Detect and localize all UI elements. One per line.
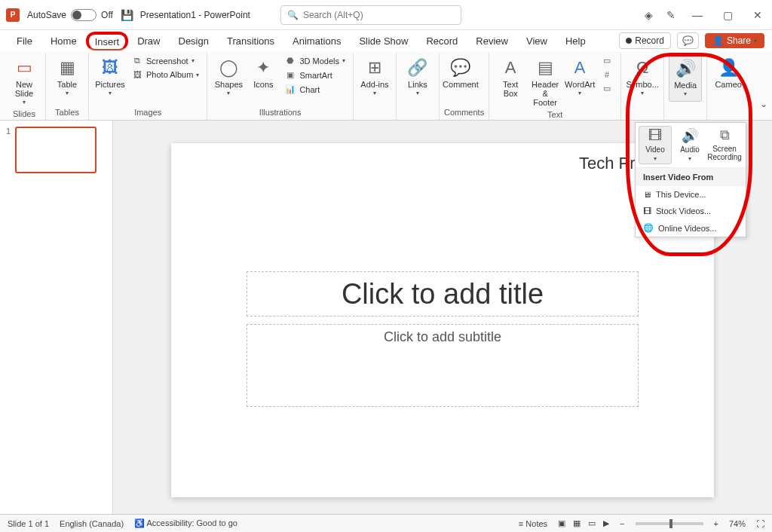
wordart-button[interactable]: A WordArt ▾ (563, 54, 596, 100)
audio-menu-button[interactable]: 🔊 Audio ▾ (673, 126, 706, 164)
zoom-slider[interactable] (636, 522, 703, 525)
pictures-icon: 🖼 (102, 57, 118, 78)
group-media: 🔊 Media ▾ (664, 53, 707, 120)
chart-button[interactable]: 📊Chart (281, 83, 348, 96)
screenshot-icon: ⧉ (131, 56, 143, 66)
audio-icon: 🔊 (682, 127, 698, 144)
smartart-icon: ▣ (284, 70, 296, 80)
comments-pane-button[interactable]: 💬 (677, 32, 699, 49)
title-placeholder[interactable]: Click to add title (247, 271, 639, 316)
save-icon[interactable]: 💾 (121, 9, 133, 21)
date-button[interactable]: ▭ (598, 54, 616, 67)
cameo-button[interactable]: 👤 Cameo (712, 54, 745, 92)
video-icon: 🎞 (648, 128, 662, 144)
pen-icon[interactable]: ✎ (666, 9, 676, 21)
3d-models-button[interactable]: ⬣3D Models ▾ (281, 54, 348, 67)
ribbon: ▭ New Slide ▾ Slides ▦ Table ▾ Tables 🖼 … (0, 51, 772, 121)
search-placeholder: Search (Alt+Q) (303, 10, 363, 20)
accessibility-icon: ♿ (134, 518, 145, 527)
toggle-off-icon[interactable] (71, 9, 96, 21)
chart-icon: 📊 (284, 84, 296, 94)
group-links: 🔗 Links ▾ (397, 53, 440, 120)
video-this-device[interactable]: 🖥 This Device... (636, 186, 746, 203)
subtitle-placeholder[interactable]: Click to add subtitle (247, 324, 639, 407)
pictures-button[interactable]: 🖼 Pictures ▾ (93, 54, 127, 100)
tab-file[interactable]: File (8, 32, 41, 50)
autosave-toggle[interactable]: AutoSave Off (27, 9, 113, 21)
addins-icon: ⊞ (368, 57, 381, 78)
zoom-level[interactable]: 74% (729, 519, 746, 528)
new-slide-button[interactable]: ▭ New Slide ▾ (8, 54, 41, 109)
record-label: Record (635, 35, 664, 46)
group-comments: 💬 Comment Comments (440, 53, 489, 120)
accessibility-indicator[interactable]: ♿ Accessibility: Good to go (134, 518, 237, 528)
video-stock[interactable]: 🎞 Stock Videos... (636, 203, 746, 219)
comment-button[interactable]: 💬 Comment (444, 54, 477, 92)
tab-animations[interactable]: Animations (283, 32, 350, 50)
collapse-ribbon-button[interactable]: ⌄ (760, 99, 767, 109)
group-illustrations: ◯ Shapes ▾ ✦ Icons ⬣3D Models ▾ ▣SmartAr… (207, 53, 354, 120)
tab-design[interactable]: Design (170, 32, 218, 50)
slide-number-button[interactable]: # (598, 69, 616, 81)
sorter-view-button[interactable]: ▦ (573, 518, 581, 528)
icons-button[interactable]: ✦ Icons (247, 54, 280, 92)
notes-button[interactable]: ≡ Notes (519, 519, 547, 528)
group-symbols: Ω Symbo... ▾ (621, 53, 664, 120)
chevron-down-icon: ▾ (23, 99, 26, 106)
globe-icon: 🌐 (643, 223, 654, 233)
group-label: Slides (8, 109, 41, 120)
slideshow-view-button[interactable]: ▶ (603, 518, 609, 528)
video-menu-button[interactable]: 🎞 Video ▾ (639, 126, 672, 164)
links-button[interactable]: 🔗 Links ▾ (401, 54, 434, 100)
slide-indicator: Slide 1 of 1 (8, 519, 49, 528)
zoom-in-button[interactable]: + (714, 519, 718, 528)
tab-draw[interactable]: Draw (128, 32, 169, 50)
group-label: Comments (444, 108, 484, 118)
icons-icon: ✦ (256, 57, 270, 78)
date-icon: ▭ (601, 56, 613, 66)
addins-button[interactable]: ⊞ Add-ins ▾ (358, 54, 391, 100)
shapes-button[interactable]: ◯ Shapes ▾ (212, 54, 245, 100)
minimize-button[interactable]: — (689, 9, 706, 21)
video-online[interactable]: 🌐 Online Videos... (636, 219, 746, 237)
tab-review[interactable]: Review (467, 32, 517, 50)
close-button[interactable]: ✕ (749, 9, 766, 21)
zoom-out-button[interactable]: − (620, 519, 624, 528)
table-button[interactable]: ▦ Table ▾ (51, 54, 84, 100)
normal-view-button[interactable]: ▣ (558, 518, 565, 528)
media-button[interactable]: 🔊 Media ▾ (669, 54, 702, 102)
tab-help[interactable]: Help (556, 32, 595, 50)
group-tables: ▦ Table ▾ Tables (46, 53, 89, 120)
fit-to-window-button[interactable]: ⛶ (756, 519, 764, 528)
textbox-button[interactable]: A Text Box (494, 54, 527, 101)
language-indicator[interactable]: English (Canada) (60, 519, 124, 528)
share-button[interactable]: 👤 Share ▾ (705, 33, 764, 48)
comment-icon: 💬 (450, 57, 470, 78)
slide-thumbnail[interactable] (15, 127, 96, 173)
tab-transitions[interactable]: Transitions (218, 32, 283, 50)
link-icon: 🔗 (407, 57, 427, 78)
photo-album-button[interactable]: 🖼Photo Album ▾ (128, 69, 202, 81)
tab-home[interactable]: Home (41, 32, 86, 50)
tab-record[interactable]: Record (417, 32, 467, 50)
tab-view[interactable]: View (517, 32, 556, 50)
powerpoint-icon: P (6, 8, 20, 22)
autosave-label: AutoSave (27, 10, 66, 20)
record-button[interactable]: Record (619, 32, 671, 49)
smartart-button[interactable]: ▣SmartArt (281, 69, 348, 81)
slide-canvas[interactable]: Tech Presenters Click to add title Click… (171, 143, 714, 497)
screen-recording-button[interactable]: ⧉ Screen Recording (708, 126, 741, 164)
cameo-icon: 👤 (718, 57, 739, 78)
header-footer-button[interactable]: ▤ Header & Footer (528, 54, 562, 110)
maximize-button[interactable]: ▢ (719, 9, 736, 21)
photo-album-icon: 🖼 (131, 70, 143, 79)
search-input[interactable]: 🔍 Search (Alt+Q) (280, 5, 461, 25)
diamond-icon[interactable]: ◈ (645, 9, 653, 21)
reading-view-button[interactable]: ▭ (588, 518, 596, 528)
media-header: Insert Video From (636, 168, 746, 186)
symbols-button[interactable]: Ω Symbo... ▾ (626, 54, 659, 100)
screenshot-button[interactable]: ⧉Screenshot ▾ (128, 54, 202, 67)
tab-insert[interactable]: Insert (86, 32, 129, 50)
tab-slideshow[interactable]: Slide Show (350, 32, 417, 50)
object-button[interactable]: ▭ (598, 82, 616, 95)
